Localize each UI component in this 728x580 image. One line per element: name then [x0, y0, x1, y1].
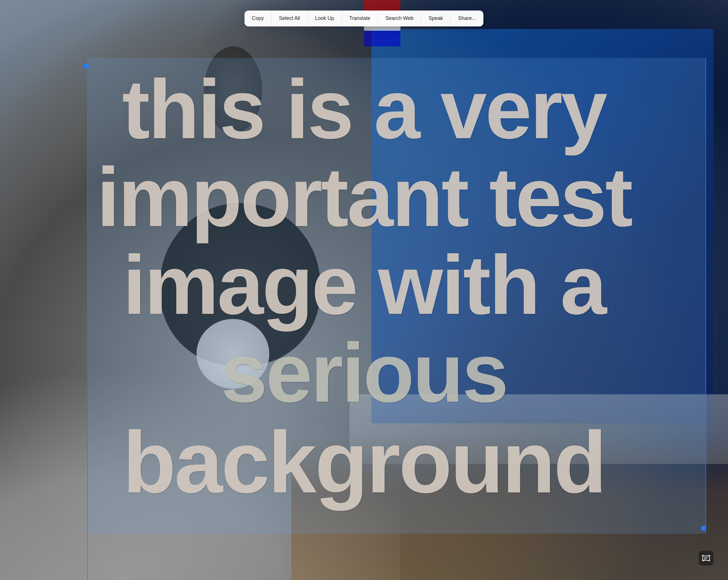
menu-item-translate[interactable]: Translate — [342, 10, 378, 26]
overlay-text-line3: image with a — [123, 241, 605, 329]
context-menu: Copy Select All Look Up Translate Search… — [244, 10, 484, 26]
live-text-icon — [702, 554, 710, 562]
overlay-text-line1: this is a very — [122, 65, 606, 153]
menu-item-select-all[interactable]: Select All — [271, 10, 308, 26]
menu-item-search-web[interactable]: Search Web — [378, 10, 421, 26]
overlay-text: this is a very important test image with… — [0, 58, 728, 580]
live-text-button[interactable] — [699, 551, 713, 565]
selection-cursor-left-line — [87, 64, 88, 580]
menu-item-look-up[interactable]: Look Up — [308, 10, 342, 26]
overlay-text-line4: serious — [221, 329, 507, 417]
overlay-text-line2: important test — [97, 153, 631, 241]
menu-item-copy[interactable]: Copy — [244, 10, 271, 26]
overlay-text-line5: background — [123, 417, 605, 508]
selection-cursor-right-line — [705, 58, 706, 534]
screen: this is a very important test image with… — [0, 0, 728, 580]
menu-item-speak[interactable]: Speak — [421, 10, 451, 26]
menu-item-share[interactable]: Share... — [451, 10, 484, 26]
